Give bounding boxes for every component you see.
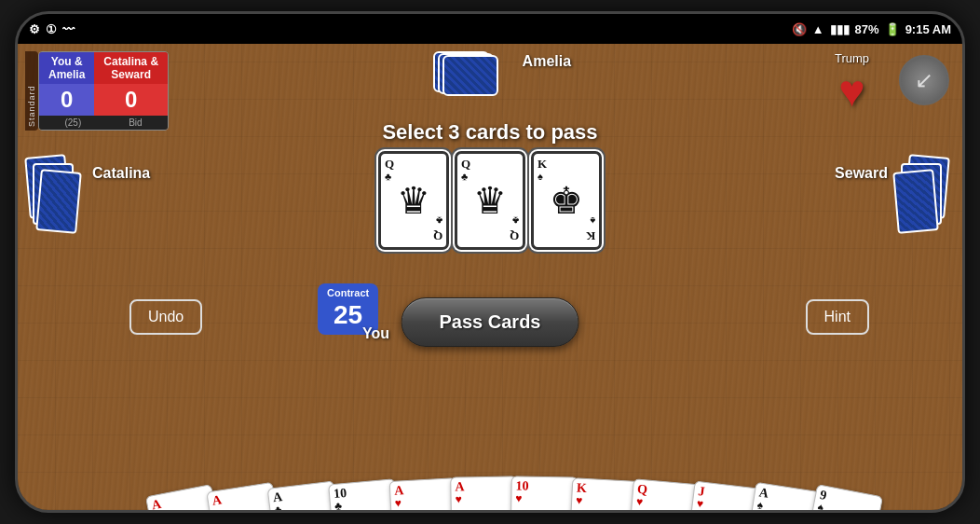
team2-score: 0: [94, 84, 168, 116]
card-back: [892, 169, 939, 234]
player-catalina: Catalina: [92, 165, 150, 182]
bid-label: Bid: [129, 117, 142, 128]
hand-card-5[interactable]: A ♥ ♥: [450, 476, 519, 510]
catalina-cards: [27, 156, 74, 268]
player-you: You: [362, 325, 389, 342]
hand-card-rank: A: [455, 480, 512, 494]
selected-card-qc1[interactable]: Q♣ ♛ Q♣: [378, 151, 449, 250]
card-face-queen: ♛: [397, 179, 430, 223]
select-message: Select 3 cards to pass: [382, 120, 597, 145]
pass-direction-button[interactable]: ↙: [899, 55, 949, 105]
card-face-queen: ♛: [473, 179, 507, 223]
selected-card-qc2[interactable]: Q♣ ♛ Q♣: [455, 151, 525, 250]
status-right: 🔇 ▲ ▮▮▮ 87% 🔋 9:15 AM: [792, 22, 951, 36]
team1-header: You & Amelia: [39, 52, 94, 84]
sim-icon: ①: [46, 22, 57, 36]
card-back: [35, 169, 82, 234]
hand-card-rank: 10: [515, 480, 573, 494]
hand-card-rank: K: [577, 481, 635, 497]
pass-cards-button[interactable]: Pass Cards: [402, 297, 579, 347]
seward-cards: [906, 156, 953, 268]
selected-card-ks[interactable]: K♠ ♚ K♠: [531, 151, 602, 250]
hint-button[interactable]: Hint: [806, 299, 869, 335]
selected-cards-area: Q♣ ♛ Q♣ Q♣ ♛ Q♣ K♠ ♚ K♠: [378, 151, 602, 250]
amelia-cards: [433, 51, 498, 98]
player-amelia: Amelia: [523, 53, 571, 70]
battery-percent: 87%: [855, 22, 879, 36]
undo-button[interactable]: Undo: [129, 299, 202, 335]
trump-label: Trump: [835, 51, 869, 65]
status-bar: ⚙ ① 〰 🔇 ▲ ▮▮▮ 87% 🔋 9:15 AM: [18, 14, 962, 44]
card-face-king: ♚: [550, 179, 583, 223]
usb-icon: ⚙: [29, 22, 40, 36]
hand-card-7[interactable]: K ♥ ♥: [567, 477, 639, 510]
device-frame: ⚙ ① 〰 🔇 ▲ ▮▮▮ 87% 🔋 9:15 AM Standard You…: [15, 11, 965, 513]
hand-area: A ♦ ♦ A ♦ ♦ A ♣ ♣ 10 ♣ ♣ A: [71, 373, 909, 510]
signal-bars-icon: ▮▮▮: [830, 22, 850, 36]
card-rank-bottom: K♠: [586, 214, 595, 243]
hand-card-suit: ♥: [456, 493, 513, 505]
hand-card-6[interactable]: 10 ♥ ♥: [510, 476, 578, 510]
card-back: [442, 55, 498, 96]
hand-card-suit: ♥: [576, 494, 634, 508]
player-seward: Seward: [835, 165, 888, 182]
score-board: Standard You & Amelia Catalina & Seward …: [25, 51, 169, 131]
hand-card-10[interactable]: A ♠ ♠: [741, 482, 822, 510]
team1-score: 0: [39, 84, 94, 116]
hand-card-suit: ♥: [515, 493, 573, 505]
signal-icon: 〰: [62, 22, 75, 36]
round-label: (25): [64, 117, 81, 128]
status-left: ⚙ ① 〰: [29, 22, 75, 36]
mute-icon: 🔇: [792, 22, 807, 36]
standard-label: Standard: [25, 51, 38, 131]
team2-header: Catalina & Seward: [94, 52, 168, 84]
hand-card-9[interactable]: J ♥ ♥: [683, 480, 761, 510]
card-rank-bottom: Q♣: [510, 214, 519, 243]
card-rank-bottom: Q♣: [433, 214, 442, 243]
wifi-icon: ▲: [812, 22, 824, 36]
trump-area: Trump ♥: [835, 51, 869, 114]
score-table: You & Amelia Catalina & Seward 0 0 (25) …: [38, 51, 169, 131]
battery-icon: 🔋: [885, 22, 900, 36]
clock: 9:15 AM: [905, 22, 951, 36]
game-area: Standard You & Amelia Catalina & Seward …: [18, 44, 962, 510]
trump-suit: ♥: [835, 69, 869, 114]
hand-card-8[interactable]: Q ♥ ♥: [625, 479, 701, 510]
